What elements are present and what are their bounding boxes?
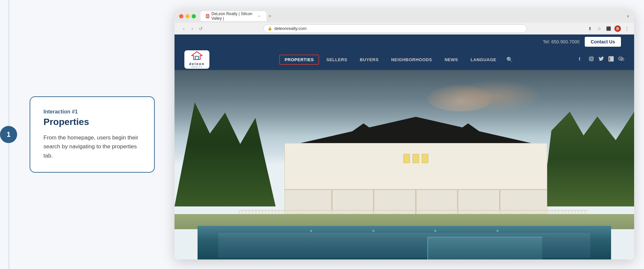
logo-house-icon <box>191 51 203 61</box>
pool-light <box>310 230 312 232</box>
forward-button[interactable]: › <box>190 26 195 31</box>
maximize-window-button[interactable] <box>192 14 196 18</box>
lock-icon: 🔒 <box>268 26 272 31</box>
nav-item-properties[interactable]: PROPERTIES <box>279 55 319 65</box>
nav-item-neighborhoods[interactable]: NEIGHBORHOODS <box>386 55 437 65</box>
left-panel: 1 Interaction #1 Properties From the hom… <box>0 0 171 269</box>
svg-point-7 <box>620 58 620 59</box>
hero-house-body <box>284 143 548 214</box>
website-content: Tel: 650.900.7000 Contact Us <box>174 35 634 259</box>
profile-avatar[interactable]: B <box>614 25 621 32</box>
twitter-icon[interactable] <box>599 57 604 62</box>
pool-light <box>434 230 436 232</box>
nav-item-language[interactable]: LANGUAGE <box>465 55 501 65</box>
browser-nav: ‹ › ↺ <box>181 26 203 31</box>
svg-rect-3 <box>589 57 593 61</box>
hero-spa <box>427 237 542 259</box>
hero-window <box>413 154 419 163</box>
hero-window <box>422 154 428 163</box>
close-window-button[interactable] <box>179 14 183 18</box>
tel-number: Tel: 650.900.7000 <box>543 39 579 44</box>
address-text: deleonrealty.com <box>274 26 307 31</box>
svg-marker-0 <box>192 52 202 60</box>
logo-inner: deleon REALTY <box>189 51 204 68</box>
hero-window <box>403 154 410 163</box>
facebook-icon[interactable]: f <box>579 56 584 63</box>
share-icon[interactable]: ⬆ <box>587 25 593 32</box>
wechat-icon[interactable] <box>618 56 624 63</box>
annotation-card: Interaction #1 Properties From the homep… <box>30 96 155 173</box>
logo-text: deleon <box>189 62 204 66</box>
svg-point-5 <box>592 58 593 58</box>
tab-close-button[interactable]: × <box>257 14 261 18</box>
window-menu[interactable]: ∨ <box>627 14 630 18</box>
back-button[interactable]: ‹ <box>181 26 186 31</box>
hero-house-roof <box>282 117 550 144</box>
interaction-title: Properties <box>43 117 141 127</box>
logo-subtext: REALTY <box>192 66 202 68</box>
nav-item-buyers[interactable]: BUYERS <box>355 55 384 65</box>
site-nav: PROPERTIES SELLERS BUYERS NEIGHBORHOODS … <box>223 54 572 65</box>
site-header-top: Tel: 650.900.7000 Contact Us <box>174 35 634 49</box>
interaction-label: Interaction #1 <box>43 109 141 115</box>
search-icon[interactable]: 🔍 <box>504 54 516 65</box>
pool-light <box>372 230 374 232</box>
instagram-icon[interactable] <box>589 56 594 63</box>
interaction-description: From the homepage, users begin their sea… <box>43 133 141 160</box>
site-header-main: deleon REALTY PROPERTIES SELLERS BUYERS … <box>174 49 634 70</box>
hero-scene <box>174 70 634 259</box>
browser-tab[interactable]: 🏠 DeLeon Realty | Silicon Valley | × <box>201 11 266 21</box>
hero-pool <box>198 225 611 259</box>
hero-trees-left <box>174 102 276 207</box>
nav-item-news[interactable]: NEWS <box>439 55 463 65</box>
reload-button[interactable]: ↺ <box>198 26 203 31</box>
hero-image <box>174 70 634 259</box>
linkedin-icon[interactable] <box>608 56 614 63</box>
hero-house-container <box>266 115 565 214</box>
svg-point-4 <box>590 58 592 60</box>
browser-menu-icon[interactable]: ⋮ <box>624 25 630 32</box>
svg-text:f: f <box>579 57 580 61</box>
tab-bar: 🏠 DeLeon Realty | Silicon Valley | × + <box>201 11 624 21</box>
contact-us-button[interactable]: Contact Us <box>585 37 621 47</box>
site-logo[interactable]: deleon REALTY <box>184 50 209 69</box>
browser-actions: ⬆ ☆ ⬛ B ⋮ <box>587 25 630 32</box>
pool-light <box>496 230 498 232</box>
site-header: Tel: 650.900.7000 Contact Us <box>174 35 634 70</box>
step-number: 1 <box>0 126 17 143</box>
browser-window: 🏠 DeLeon Realty | Silicon Valley | × + ∨… <box>174 10 634 259</box>
bookmark-icon[interactable]: ☆ <box>596 25 603 32</box>
tab-title: DeLeon Realty | Silicon Valley | <box>211 12 254 21</box>
tab-favicon: 🏠 <box>206 14 209 18</box>
hero-cloud-2 <box>450 80 543 112</box>
browser-chrome: 🏠 DeLeon Realty | Silicon Valley | × + ∨ <box>174 10 634 23</box>
address-bar-row: ‹ › ↺ 🔒 deleonrealty.com ⬆ ☆ ⬛ B ⋮ <box>174 23 634 35</box>
new-tab-button[interactable]: + <box>266 12 273 20</box>
social-icons: f <box>579 56 624 63</box>
minimize-window-button[interactable] <box>185 14 190 18</box>
svg-rect-1 <box>195 56 199 60</box>
traffic-lights <box>179 14 196 18</box>
hero-windows-top <box>403 154 428 163</box>
svg-point-11 <box>622 59 623 60</box>
extensions-icon[interactable]: ⬛ <box>605 25 612 32</box>
nav-item-sellers[interactable]: SELLERS <box>321 55 352 65</box>
browser-wrapper: 🏠 DeLeon Realty | Silicon Valley | × + ∨… <box>171 0 644 269</box>
svg-point-10 <box>622 59 622 60</box>
address-bar[interactable]: 🔒 deleonrealty.com <box>263 24 527 33</box>
